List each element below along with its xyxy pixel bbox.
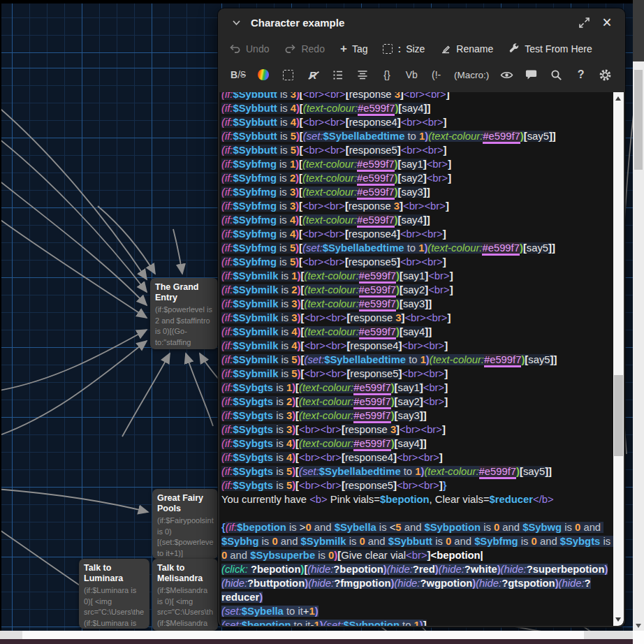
comments-bubble-button[interactable] [525,67,539,82]
editor-scrollbar[interactable] [613,92,624,626]
collapse-braces-button[interactable]: {} [380,67,394,82]
passage-node-talk-to-luminara[interactable]: Talk to Luminara (if:$Luminara is 0)[ <i… [79,559,149,629]
editor-toolbar: Undo Redo + Tag : Size Rename [218,36,625,61]
passage-editor-dialog: Character example × Undo Re [218,8,625,627]
scroll-up-arrow[interactable] [615,96,621,101]
verbatim-button[interactable]: Vb [404,67,418,82]
dashed-box-icon [283,70,293,80]
text-color-button[interactable] [256,67,270,82]
wrench-icon [508,43,520,54]
plus-icon: + [340,42,347,56]
dialog-title: Character example [251,17,344,29]
passage-preview: (if:$powerlevel is 2 and $staffintro is … [155,305,213,349]
maximize-icon[interactable] [576,14,592,31]
align-center-icon [357,69,368,80]
code-editor-area: (if:$Sybbutt is 3)[<br><br>[response 3]<… [219,92,624,626]
size-button[interactable]: : Size [383,43,425,54]
close-icon[interactable]: × [599,14,615,31]
undo-button[interactable]: Undo [229,43,269,54]
passage-node-the-grand-entry[interactable]: The Grand Entry (if:$powerlevel is 2 and… [150,278,218,349]
macro-menu-button[interactable]: (Macro:) [454,67,489,82]
preview-eye-button[interactable] [500,67,514,82]
scrollbar-corner [633,631,644,644]
rename-button[interactable]: Rename [440,43,493,54]
comment-button[interactable]: (!- [430,67,444,82]
numbered-list-button[interactable] [330,67,344,82]
passage-title: Great Fairy Pools [157,493,213,514]
code-editor[interactable]: (if:$Sybbutt is 3)[<br><br>[response 3]<… [221,92,613,626]
window-bottom-edge [0,639,633,644]
passage-node-great-fairy-pools[interactable]: Great Fairy Pools (if:$Fairypoolsint is … [152,489,218,559]
color-wheel-icon [258,69,269,80]
passage-node-talk-to-melisandra[interactable]: Talk to Melisandra (if:$Melisandra is 0)… [152,559,218,631]
align-center-button[interactable] [356,67,369,82]
gear-icon [599,68,612,82]
format-toolbar: B/S R {} Vb (!- (Macro:) [218,61,625,88]
search-icon [550,69,562,81]
window-horizontal-scrollbar[interactable] [0,631,633,639]
passage-preview: (if:$Melisandra is 0)[ <img src="C:\User… [157,585,213,631]
editor-scrollbar-thumb[interactable] [614,375,623,456]
test-from-here-button[interactable]: Test From Here [508,43,592,54]
box-style-button[interactable] [281,67,295,82]
window-left-edge [0,0,1,644]
scroll-down-arrow[interactable] [615,617,621,622]
scrollbar-down-arrow[interactable] [636,624,641,628]
passage-title: Talk to Luminara [84,563,145,584]
speech-bubble-icon [525,69,537,80]
redo-button[interactable]: Redo [284,43,324,54]
horizontal-scrollbar-thumb[interactable] [22,631,584,639]
remove-style-button[interactable]: R [306,67,320,82]
add-tag-button[interactable]: + Tag [340,42,368,56]
size-icon [383,44,393,54]
passage-preview: (if:$Luminara is 0)[ <img src="C:\Users\… [84,585,145,629]
passage-title: Talk to Melisandra [157,563,213,584]
twine-app: The Grand Entry (if:$powerlevel is 2 and… [0,0,644,644]
pencil-icon [440,43,451,54]
window-top-edge [0,0,633,3]
dialog-header: Character example × [218,8,625,36]
window-vertical-scrollbar[interactable] [633,61,644,631]
scrollbar-top-cap [633,0,644,61]
help-button[interactable]: ? [574,67,588,82]
collapse-chevron-icon[interactable] [228,14,244,31]
passage-title: The Grand Entry [155,282,213,303]
bold-strike-button[interactable]: B/S [230,67,246,82]
search-button[interactable] [549,67,563,82]
numbered-list-icon [332,69,344,81]
settings-button[interactable] [599,67,613,82]
passage-preview: (if:$Fairypoolsint is 0) [(set:$powerlev… [157,515,213,559]
eye-icon [500,71,513,80]
vertical-scrollbar-thumb[interactable] [634,70,643,170]
remove-style-icon: R [309,69,317,81]
